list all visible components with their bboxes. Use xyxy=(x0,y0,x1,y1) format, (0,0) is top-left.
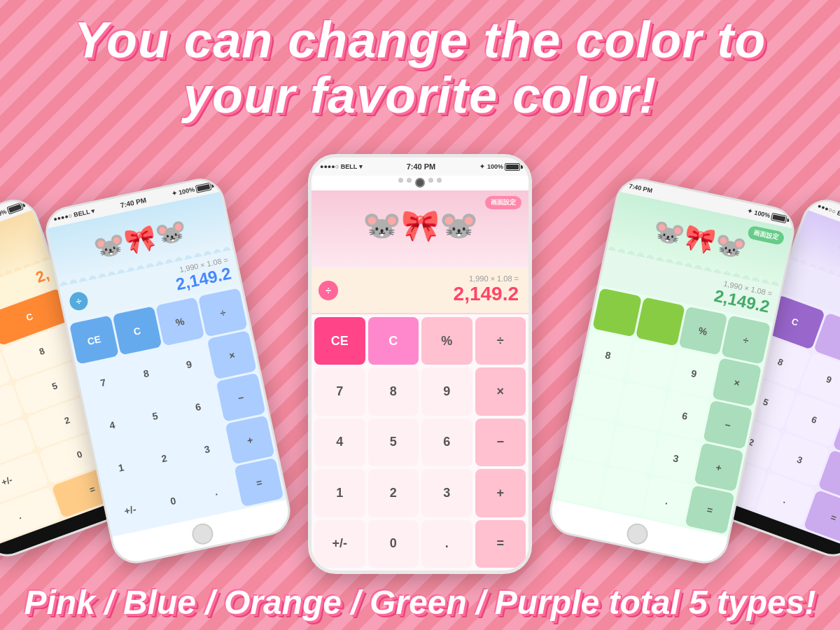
key-mul-green[interactable]: × xyxy=(712,358,762,407)
battery-pink: ✦ 100% xyxy=(479,163,520,171)
key-sub-green[interactable]: − xyxy=(704,400,753,449)
key-blank7-green xyxy=(566,415,615,464)
header-title: You can change the color to xyxy=(0,13,840,68)
key-pm-blue[interactable]: +/- xyxy=(106,485,155,534)
notch-dot-1 xyxy=(398,178,403,183)
key-5-blue[interactable]: 5 xyxy=(130,391,180,440)
phone-pink: ●●●●○ BELL ▾ 7:40 PM ✦ 100% xyxy=(308,154,532,574)
key-1-blue[interactable]: 1 xyxy=(97,442,146,491)
key-blank-green xyxy=(592,288,642,337)
key-0-blue[interactable]: 0 xyxy=(148,476,198,525)
key-1-pink[interactable]: 1 xyxy=(314,469,365,517)
notch-dots-pink xyxy=(398,178,442,188)
key-pct-green[interactable]: % xyxy=(678,306,728,355)
key-add-blue[interactable]: + xyxy=(225,415,275,464)
key-6-blue[interactable]: 6 xyxy=(173,382,223,431)
keypad-pink: CE C % ÷ 7 8 9 × 4 5 6 − 1 2 3 + +/- xyxy=(312,313,528,570)
key-0-pink[interactable]: 0 xyxy=(368,520,419,568)
key-sub-blue[interactable]: − xyxy=(216,373,266,422)
home-btn-green[interactable] xyxy=(625,522,650,547)
key-ce-pink[interactable]: CE xyxy=(314,317,365,365)
key-4-pink[interactable]: 4 xyxy=(314,419,365,466)
key-6-pink[interactable]: 6 xyxy=(421,419,472,466)
key-9-blue[interactable]: 9 xyxy=(164,340,214,388)
battery-icon-pink xyxy=(505,163,520,171)
key-blank5-green xyxy=(574,373,624,422)
key-9-green[interactable]: 9 xyxy=(669,349,719,398)
key-mul-pink[interactable]: × xyxy=(475,368,526,415)
settings-btn-green[interactable]: 画面設定 xyxy=(747,225,785,245)
key-blank9-green xyxy=(556,458,606,507)
notch-dot-4 xyxy=(437,178,442,183)
key-7-pink[interactable]: 7 xyxy=(314,368,365,415)
key-blank4-green xyxy=(626,340,676,388)
key-blank3-green: 8 xyxy=(583,330,633,379)
key-blank10-green xyxy=(599,467,649,516)
signal-pink: ●●●●○ BELL ▾ xyxy=(320,163,363,170)
mice-pink: 🐭🎀🐭 xyxy=(363,207,478,251)
scallop-pink xyxy=(312,258,522,267)
key-8-blue[interactable]: 8 xyxy=(121,349,171,398)
key-2-pink[interactable]: 2 xyxy=(368,469,419,517)
key-dot-pink[interactable]: . xyxy=(421,520,472,568)
key-div-pink[interactable]: ÷ xyxy=(475,317,526,365)
key-sub-pink[interactable]: − xyxy=(475,419,526,466)
divider-btn-pink[interactable]: ÷ xyxy=(318,281,338,300)
key-blank6-green xyxy=(617,382,667,431)
battery-icon-green xyxy=(771,212,788,223)
notch-pink xyxy=(312,176,528,190)
header-title2: your favorite color! xyxy=(0,68,840,123)
key-mul-blue[interactable]: × xyxy=(207,330,257,379)
formula-pink: 1,990 × 1.08 = xyxy=(321,274,519,283)
key-pct-blue[interactable]: % xyxy=(155,297,205,346)
key-div-blue[interactable]: ÷ xyxy=(198,288,248,337)
status-bar-pink: ●●●●○ BELL ▾ 7:40 PM ✦ 100% xyxy=(312,158,528,176)
key-8-pink[interactable]: 8 xyxy=(368,368,419,415)
key-c-blue[interactable]: C xyxy=(112,306,162,355)
footer-section: Pink / Blue / Orange / Green / Purple to… xyxy=(0,583,840,622)
key-4-blue[interactable]: 4 xyxy=(88,400,137,449)
banner-pink: 🐭🎀🐭 画面設定 xyxy=(312,190,528,267)
time-blue: 7:40 PM xyxy=(120,196,147,209)
home-btn-blue[interactable] xyxy=(190,522,216,547)
key-add-green[interactable]: + xyxy=(694,442,744,491)
settings-btn-pink[interactable]: 画面設定 xyxy=(485,196,522,209)
display-pink: ÷ 1,990 × 1.08 = 2,149.2 xyxy=(312,267,528,313)
notch-camera xyxy=(415,178,425,188)
key-blank8-green xyxy=(608,424,658,473)
result-pink: 2,149.2 xyxy=(321,283,519,305)
key-eq-pink[interactable]: = xyxy=(475,520,526,568)
phones-container: ●●●●○ BELL ▾ 7:40 PM ✦ 100% 🐭🎀🐭 ÷ 2, xyxy=(0,126,840,574)
key-dot-green[interactable]: . xyxy=(642,476,692,525)
key-pct-pink[interactable]: % xyxy=(421,317,472,365)
battery-icon-orange xyxy=(6,202,23,214)
notch-dot-2 xyxy=(407,178,412,183)
key-3-green[interactable]: 3 xyxy=(651,433,701,482)
key-div-green[interactable]: ÷ xyxy=(721,315,771,364)
key-9-pink[interactable]: 9 xyxy=(421,368,472,415)
key-eq-green[interactable]: = xyxy=(685,485,735,534)
key-2-blue[interactable]: 2 xyxy=(139,433,189,482)
key-7-blue[interactable]: 7 xyxy=(78,358,128,407)
key-3-blue[interactable]: 3 xyxy=(182,424,232,473)
key-dot-blue[interactable]: . xyxy=(191,467,241,516)
key-5-pink[interactable]: 5 xyxy=(368,419,419,466)
key-pm-pink[interactable]: +/- xyxy=(314,520,365,568)
phone-pink-body: ●●●●○ BELL ▾ 7:40 PM ✦ 100% xyxy=(312,158,528,570)
key-ce-blue[interactable]: CE xyxy=(69,315,119,364)
footer-text: Pink / Blue / Orange / Green / Purple to… xyxy=(0,583,840,622)
header-section: You can change the color to your favorit… xyxy=(0,0,840,123)
key-c-pink[interactable]: C xyxy=(368,317,419,365)
key-add-pink[interactable]: + xyxy=(475,469,526,517)
main-content: You can change the color to your favorit… xyxy=(0,0,840,630)
battery-icon-blue xyxy=(195,182,212,192)
key-6-green[interactable]: 6 xyxy=(660,391,710,440)
signal-green: 7:40 PM xyxy=(629,183,653,195)
key-3-pink[interactable]: 3 xyxy=(421,469,472,517)
key-eq-blue[interactable]: = xyxy=(234,458,284,507)
time-pink: 7:40 PM xyxy=(407,162,436,171)
notch-dot-3 xyxy=(428,178,433,183)
key-blank2-green xyxy=(636,297,685,346)
